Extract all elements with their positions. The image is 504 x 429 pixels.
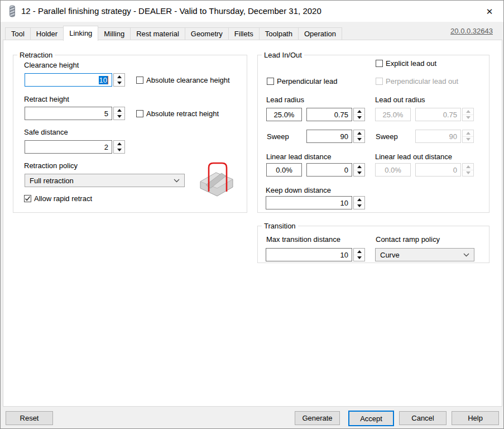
linear-lead-out-percent-field: 0.0%: [375, 163, 411, 177]
spin-up-button[interactable]: [114, 74, 124, 80]
generate-button[interactable]: Generate: [295, 411, 340, 425]
arrow-down-icon: [357, 256, 362, 259]
keep-down-distance-input[interactable]: 10: [266, 196, 352, 209]
retraction-preview-image: [197, 159, 236, 198]
spin-down-button[interactable]: [354, 203, 364, 209]
linear-lead-spinner: [353, 163, 365, 177]
contact-ramp-policy-label: Contact ramp policy: [376, 235, 440, 244]
lead-out-radius-value: 0.75: [443, 111, 457, 119]
arrow-up-icon: [466, 132, 471, 135]
arrow-down-icon: [357, 116, 362, 119]
tab-fillets[interactable]: Fillets: [228, 27, 260, 40]
spin-down-button[interactable]: [114, 147, 124, 154]
tab-toolpath[interactable]: Toolpath: [259, 27, 299, 40]
absolute-clearance-height-checkbox[interactable]: Absolute clearance height: [136, 77, 230, 84]
absolute-retract-height-checkbox[interactable]: Absolute retract height: [136, 110, 219, 118]
sweep-spinner: [353, 130, 365, 143]
chevron-down-icon: [463, 253, 469, 257]
allow-rapid-retract-checkbox[interactable]: Allow rapid retract: [24, 195, 92, 203]
clearance-height-input[interactable]: 10: [25, 73, 112, 87]
lead-out-radius-field: 0.75: [415, 108, 474, 121]
spin-up-button: [463, 130, 473, 136]
perpendicular-lead-out-checkbox: Perpendicular lead out: [376, 78, 458, 85]
tab-geometry[interactable]: Geometry: [185, 27, 229, 40]
tab-holder[interactable]: Holder: [30, 27, 64, 40]
retraction-policy-select[interactable]: Full retraction: [25, 174, 185, 187]
tab-rest-material[interactable]: Rest material: [130, 27, 185, 40]
sweep-value: 90: [340, 132, 348, 141]
lead-out-radius-percent-field: 25.0%: [375, 108, 411, 121]
lead-out-radius-percent-input: 25.0%: [375, 108, 411, 121]
arrow-up-icon: [466, 110, 471, 113]
lead-radius-input[interactable]: 0.75: [306, 108, 352, 121]
safe-distance-value: 2: [104, 143, 108, 151]
checkbox-label: Absolute clearance height: [146, 77, 230, 84]
retract-height-input[interactable]: 5: [25, 107, 112, 120]
help-button[interactable]: Help: [452, 411, 499, 425]
version-link[interactable]: 20.0.0.32643: [450, 27, 493, 35]
contact-ramp-policy-select[interactable]: Curve: [375, 248, 474, 261]
spin-down-button[interactable]: [354, 136, 364, 143]
spin-up-button[interactable]: [354, 197, 364, 203]
end-mill-icon: [8, 5, 17, 19]
lead-out-radius-input: 0.75: [415, 108, 461, 121]
lead-radius-field: 0.75: [306, 108, 365, 121]
max-transition-distance-field: 10: [266, 248, 365, 261]
lead-radius-percent-input[interactable]: 25.0%: [266, 108, 302, 121]
arrow-up-icon: [466, 165, 471, 168]
lead-inout-group-caption: Lead In/Out: [262, 51, 304, 59]
clearance-height-label: Clearance height: [24, 61, 79, 69]
arrow-down-icon: [357, 138, 362, 141]
transition-group-caption: Transition: [262, 222, 298, 230]
retraction-policy-value: Full retraction: [30, 177, 174, 185]
retract-height-value: 5: [104, 109, 108, 118]
linear-lead-percent-input[interactable]: 0.0%: [266, 163, 302, 177]
retraction-group-caption: Retraction: [17, 51, 55, 59]
tab-milling[interactable]: Milling: [98, 27, 131, 40]
linear-lead-out-percent-value: 0.0%: [385, 166, 401, 174]
sweep-input[interactable]: 90: [306, 130, 352, 143]
spin-down-button[interactable]: [354, 115, 364, 121]
safe-distance-label: Safe distance: [24, 128, 68, 136]
linear-lead-out-value: 0: [453, 166, 457, 174]
close-button[interactable]: ✕: [480, 3, 499, 20]
tab-tool[interactable]: Tool: [5, 27, 31, 40]
max-transition-distance-input[interactable]: 10: [266, 248, 352, 261]
linear-lead-percent-field: 0.0%: [266, 163, 302, 177]
spin-up-button[interactable]: [354, 164, 364, 170]
spin-up-button[interactable]: [114, 107, 124, 113]
spin-up-button[interactable]: [354, 130, 364, 136]
spin-down-button[interactable]: [114, 113, 124, 120]
max-transition-distance-spinner: [353, 248, 365, 261]
retract-height-label: Retract height: [24, 95, 69, 103]
tab-operation[interactable]: Operation: [298, 27, 342, 40]
linear-lead-percent-value: 0.0%: [276, 166, 292, 174]
perpendicular-lead-checkbox[interactable]: Perpendicular lead: [267, 78, 337, 85]
sweep-label: Sweep: [267, 132, 289, 141]
spin-down-button: [463, 136, 473, 143]
lead-radius-value: 0.75: [334, 111, 348, 119]
tab-linking[interactable]: Linking: [63, 26, 98, 41]
checkbox-box: [136, 110, 143, 117]
spin-up-button[interactable]: [354, 108, 364, 115]
lead-radius-percent-field: 25.0%: [266, 108, 302, 121]
spin-up-button: [463, 164, 473, 170]
tab-strip: Tool Holder Linking Milling Rest materia…: [5, 26, 342, 40]
spin-up-button[interactable]: [354, 249, 364, 255]
reset-button[interactable]: Reset: [6, 411, 53, 425]
spin-down-button[interactable]: [114, 80, 124, 87]
keep-down-distance-value: 10: [340, 199, 348, 207]
spin-down-button: [463, 170, 473, 177]
accept-button[interactable]: Accept: [348, 411, 394, 426]
explicit-lead-out-checkbox[interactable]: Explicit lead out: [376, 60, 436, 68]
arrow-up-icon: [357, 110, 362, 113]
safe-distance-input[interactable]: 2: [25, 140, 112, 154]
window-title: 12 - Parallel finishing strategy - DEALE…: [21, 1, 321, 22]
spin-down-button[interactable]: [354, 255, 364, 261]
spin-up-button[interactable]: [114, 141, 124, 147]
linear-lead-input[interactable]: 0: [306, 163, 352, 177]
checkbox-label: Perpendicular lead out: [386, 78, 458, 85]
cancel-button[interactable]: Cancel: [399, 411, 447, 425]
spin-down-button[interactable]: [354, 170, 364, 177]
arrow-up-icon: [117, 75, 122, 78]
